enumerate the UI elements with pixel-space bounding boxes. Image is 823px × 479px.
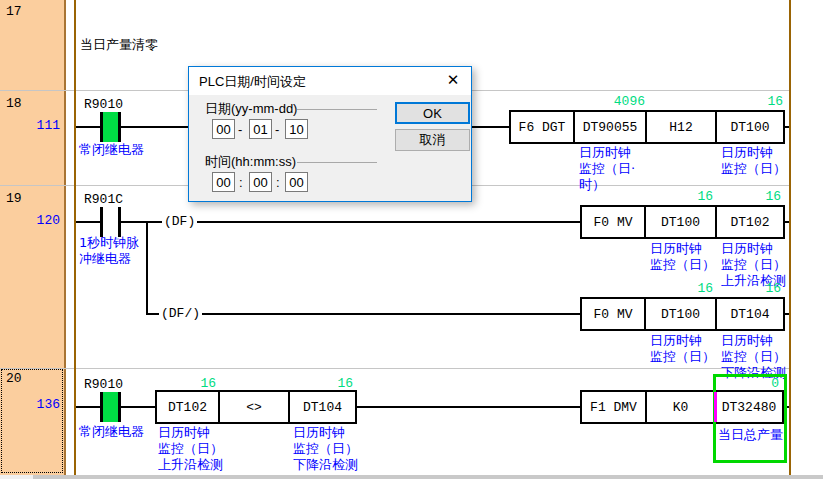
contact-device-name: R9010 [84, 377, 123, 392]
time-group-label: 时间(hh:mm:ss) [205, 153, 296, 171]
step-number: 111 [0, 118, 60, 133]
operand-cell[interactable]: DT102 [717, 207, 783, 237]
monitor-value: 16 [721, 189, 781, 204]
date-group-label: 日期(yy-mm-dd) [205, 100, 297, 118]
instruction-box-f0-mv-fall[interactable]: F0 MV DT100 DT104 [580, 297, 785, 331]
instruction-cell[interactable]: F0 MV [582, 299, 646, 329]
contact-comment: 1秒时钟脉 冲继电器 [79, 235, 139, 267]
operand-cell[interactable]: DT102 [157, 392, 220, 422]
operator-cell[interactable]: <> [220, 392, 290, 422]
contact-r9010[interactable] [100, 392, 121, 422]
horizontal-scrollbar[interactable] [0, 475, 823, 479]
date-group-rule [297, 109, 377, 110]
selection-marquee [1, 369, 63, 473]
operand-cell[interactable]: DT100 [646, 207, 717, 237]
instruction-cell[interactable]: F1 DMV [582, 392, 647, 422]
operand-cell[interactable]: DT100 [646, 299, 717, 329]
margin-row-17[interactable]: 17 [0, 0, 66, 90]
rung-comment: 当日产量清零 [80, 36, 158, 54]
contact-device-name: R901C [84, 192, 123, 207]
date-month-field[interactable] [249, 119, 272, 139]
rung-number: 19 [6, 191, 22, 206]
margin-row-18[interactable]: 18 111 [0, 90, 66, 185]
contact-r901c[interactable] [100, 207, 121, 237]
scrollbar-thumb[interactable] [33, 475, 823, 479]
operand-comment: 日历时钟 监控（日） [721, 145, 786, 177]
step-number: 120 [0, 213, 60, 228]
row-separator [0, 368, 791, 369]
plc-datetime-dialog: PLC日期/时间设定 ✕ 日期(yy-mm-dd) - - 时间(hh:mm:s… [188, 66, 472, 202]
time-minute-field[interactable] [249, 172, 272, 192]
operand-cell[interactable]: H12 [647, 112, 717, 142]
compare-box[interactable]: DT102 <> DT104 [155, 390, 357, 424]
operand-cell[interactable]: DT104 [717, 299, 783, 329]
date-day-field[interactable] [285, 119, 308, 139]
monitor-value: 16 [721, 281, 781, 296]
monitor-value: 16 [293, 376, 353, 391]
wire [146, 313, 580, 315]
branch-wire [146, 221, 148, 315]
monitor-value: 16 [723, 94, 783, 109]
operand-comment: 日历时钟 监控（日） [650, 241, 715, 273]
close-icon[interactable]: ✕ [441, 71, 465, 91]
edit-cursor [714, 392, 717, 422]
date-separator: - [275, 122, 279, 137]
time-hour-field[interactable] [212, 172, 235, 192]
contact-device-name: R9010 [84, 97, 123, 112]
wire [76, 221, 580, 223]
monitor-value: 16 [653, 281, 713, 296]
operand-comment: 日历时钟 监控（日） 上升沿检测 [158, 425, 223, 473]
rung-number: 17 [6, 4, 22, 19]
right-power-rail [789, 0, 791, 475]
contact-comment: 常闭继电器 [79, 142, 144, 158]
rung-number: 18 [6, 96, 22, 111]
df-falling-edge-instruction[interactable]: (DF/) [159, 306, 202, 321]
left-power-rail [74, 0, 76, 475]
instruction-cell[interactable]: F0 MV [582, 207, 646, 237]
date-year-field[interactable] [212, 119, 235, 139]
operand-cell[interactable]: K0 [647, 392, 716, 422]
operand-cell[interactable]: DT104 [290, 392, 355, 422]
cancel-button[interactable]: 取消 [395, 129, 470, 151]
instruction-cell[interactable]: F6 DGT [511, 112, 575, 142]
dialog-titlebar[interactable]: PLC日期/时间设定 ✕ [189, 67, 471, 95]
time-second-field[interactable] [285, 172, 308, 192]
monitor-value: 16 [653, 189, 713, 204]
margin-row-19[interactable]: 19 120 [0, 185, 66, 368]
df-rising-edge-instruction[interactable]: (DF) [162, 214, 197, 229]
time-separator: : [276, 175, 280, 190]
operand-comment: 日历时钟 监控（日） [650, 333, 715, 365]
ok-button[interactable]: OK [395, 102, 470, 124]
date-separator: - [238, 122, 242, 137]
contact-comment: 常闭继电器 [79, 424, 144, 440]
time-separator: : [239, 175, 243, 190]
monitor-value: 4096 [585, 94, 645, 109]
dialog-title: PLC日期/时间设定 [199, 73, 306, 91]
monitor-value: 16 [156, 376, 216, 391]
time-group-rule [297, 162, 377, 163]
contact-r9010[interactable] [100, 112, 121, 142]
operand-comment: 日历时钟 监控（日· 时） [579, 145, 635, 193]
operand-comment: 日历时钟 监控（日） 下降沿检测 [293, 425, 358, 473]
instruction-box-f6-dgt[interactable]: F6 DGT DT90055 H12 DT100 [509, 110, 785, 144]
operand-cell[interactable]: DT90055 [575, 112, 647, 142]
operand-cell[interactable]: DT100 [717, 112, 783, 142]
instruction-box-f0-mv-rise[interactable]: F0 MV DT100 DT102 [580, 205, 785, 239]
monitor-highlight-box [713, 374, 787, 463]
